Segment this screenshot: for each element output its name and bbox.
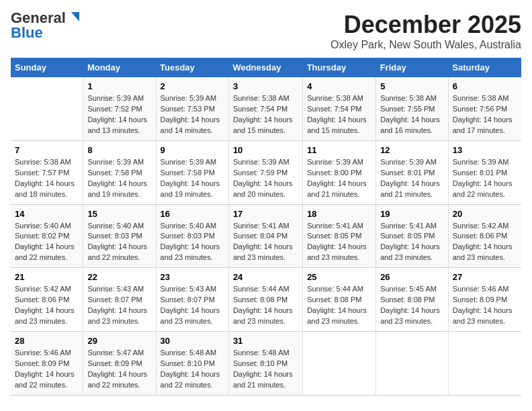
header-day-wednesday: Wednesday — [228, 58, 302, 77]
day-number: 2 — [161, 81, 224, 91]
header-day-friday: Friday — [376, 58, 449, 77]
calendar-cell — [11, 77, 83, 140]
day-number: 16 — [161, 209, 224, 219]
day-info: Sunrise: 5:38 AM Sunset: 7:54 PM Dayligh… — [233, 93, 298, 136]
day-info: Sunrise: 5:38 AM Sunset: 7:56 PM Dayligh… — [453, 93, 517, 136]
day-number: 17 — [233, 209, 298, 219]
calendar-cell: 6Sunrise: 5:38 AM Sunset: 7:56 PM Daylig… — [448, 77, 521, 140]
calendar-cell — [376, 332, 449, 396]
day-number: 7 — [15, 145, 79, 155]
day-info: Sunrise: 5:45 AM Sunset: 8:08 PM Dayligh… — [380, 284, 444, 327]
day-number: 30 — [161, 336, 224, 346]
day-number: 26 — [380, 272, 444, 282]
day-info: Sunrise: 5:39 AM Sunset: 7:52 PM Dayligh… — [87, 93, 151, 136]
week-row-3: 14Sunrise: 5:40 AM Sunset: 8:02 PM Dayli… — [11, 204, 521, 268]
day-info: Sunrise: 5:39 AM Sunset: 7:53 PM Dayligh… — [161, 93, 224, 136]
day-info: Sunrise: 5:44 AM Sunset: 8:08 PM Dayligh… — [233, 284, 298, 327]
day-info: Sunrise: 5:40 AM Sunset: 8:02 PM Dayligh… — [15, 221, 79, 264]
calendar-body: 1Sunrise: 5:39 AM Sunset: 7:52 PM Daylig… — [11, 77, 521, 395]
week-row-2: 7Sunrise: 5:38 AM Sunset: 7:57 PM Daylig… — [11, 140, 521, 204]
day-info: Sunrise: 5:43 AM Sunset: 8:07 PM Dayligh… — [87, 284, 151, 327]
day-info: Sunrise: 5:47 AM Sunset: 8:09 PM Dayligh… — [87, 348, 151, 391]
day-info: Sunrise: 5:39 AM Sunset: 7:58 PM Dayligh… — [161, 157, 224, 200]
day-info: Sunrise: 5:46 AM Sunset: 8:09 PM Dayligh… — [15, 348, 79, 391]
calendar-cell: 28Sunrise: 5:46 AM Sunset: 8:09 PM Dayli… — [11, 332, 83, 396]
day-number: 11 — [307, 145, 371, 155]
calendar-header-row: SundayMondayTuesdayWednesdayThursdayFrid… — [11, 58, 521, 77]
day-number: 14 — [15, 209, 79, 219]
day-number: 4 — [307, 81, 371, 91]
day-number: 12 — [380, 145, 444, 155]
calendar-cell: 29Sunrise: 5:47 AM Sunset: 8:09 PM Dayli… — [83, 332, 156, 396]
day-number: 23 — [161, 272, 224, 282]
calendar-cell: 15Sunrise: 5:40 AM Sunset: 8:03 PM Dayli… — [83, 204, 156, 268]
day-info: Sunrise: 5:42 AM Sunset: 8:06 PM Dayligh… — [453, 221, 517, 264]
header-day-tuesday: Tuesday — [156, 58, 228, 77]
calendar-cell: 24Sunrise: 5:44 AM Sunset: 8:08 PM Dayli… — [228, 268, 302, 332]
calendar-cell: 16Sunrise: 5:40 AM Sunset: 8:03 PM Dayli… — [156, 204, 228, 268]
calendar-cell: 13Sunrise: 5:39 AM Sunset: 8:01 PM Dayli… — [448, 140, 521, 204]
day-number: 10 — [233, 145, 298, 155]
day-info: Sunrise: 5:38 AM Sunset: 7:57 PM Dayligh… — [15, 157, 79, 200]
calendar-cell: 1Sunrise: 5:39 AM Sunset: 7:52 PM Daylig… — [83, 77, 156, 140]
calendar-cell: 9Sunrise: 5:39 AM Sunset: 7:58 PM Daylig… — [156, 140, 228, 204]
calendar-cell: 8Sunrise: 5:39 AM Sunset: 7:58 PM Daylig… — [83, 140, 156, 204]
svg-marker-0 — [71, 12, 79, 21]
day-number: 13 — [453, 145, 517, 155]
day-info: Sunrise: 5:42 AM Sunset: 8:06 PM Dayligh… — [15, 284, 79, 327]
day-info: Sunrise: 5:41 AM Sunset: 8:05 PM Dayligh… — [380, 221, 444, 264]
day-number: 8 — [87, 145, 151, 155]
header-day-sunday: Sunday — [11, 58, 83, 77]
day-number: 21 — [15, 272, 79, 282]
location-title: Oxley Park, New South Wales, Australia — [330, 39, 521, 51]
day-info: Sunrise: 5:40 AM Sunset: 8:03 PM Dayligh… — [161, 221, 224, 264]
week-row-1: 1Sunrise: 5:39 AM Sunset: 7:52 PM Daylig… — [11, 77, 521, 140]
day-number: 28 — [15, 336, 79, 346]
header-day-saturday: Saturday — [448, 58, 521, 77]
logo: General Blue — [11, 11, 81, 40]
calendar-cell: 3Sunrise: 5:38 AM Sunset: 7:54 PM Daylig… — [228, 77, 302, 140]
day-info: Sunrise: 5:44 AM Sunset: 8:08 PM Dayligh… — [307, 284, 371, 327]
day-info: Sunrise: 5:39 AM Sunset: 8:01 PM Dayligh… — [380, 157, 444, 200]
day-number: 25 — [307, 272, 371, 282]
day-number: 3 — [233, 81, 298, 91]
day-info: Sunrise: 5:38 AM Sunset: 7:54 PM Dayligh… — [307, 93, 371, 136]
calendar-table: SundayMondayTuesdayWednesdayThursdayFrid… — [11, 58, 521, 396]
calendar-cell — [303, 332, 376, 396]
day-info: Sunrise: 5:39 AM Sunset: 8:01 PM Dayligh… — [453, 157, 517, 200]
calendar-cell: 30Sunrise: 5:48 AM Sunset: 8:10 PM Dayli… — [156, 332, 228, 396]
calendar-cell: 23Sunrise: 5:43 AM Sunset: 8:07 PM Dayli… — [156, 268, 228, 332]
calendar-cell: 4Sunrise: 5:38 AM Sunset: 7:54 PM Daylig… — [303, 77, 376, 140]
calendar-cell: 12Sunrise: 5:39 AM Sunset: 8:01 PM Dayli… — [376, 140, 449, 204]
day-info: Sunrise: 5:46 AM Sunset: 8:09 PM Dayligh… — [453, 284, 517, 327]
day-number: 1 — [87, 81, 151, 91]
calendar-cell: 14Sunrise: 5:40 AM Sunset: 8:02 PM Dayli… — [11, 204, 83, 268]
calendar-cell: 7Sunrise: 5:38 AM Sunset: 7:57 PM Daylig… — [11, 140, 83, 204]
day-number: 5 — [380, 81, 444, 91]
day-number: 27 — [453, 272, 517, 282]
calendar-cell: 22Sunrise: 5:43 AM Sunset: 8:07 PM Dayli… — [83, 268, 156, 332]
calendar-cell — [448, 332, 521, 396]
calendar-cell: 10Sunrise: 5:39 AM Sunset: 7:59 PM Dayli… — [228, 140, 302, 204]
day-number: 22 — [87, 272, 151, 282]
logo-blue-text: Blue — [11, 24, 43, 41]
day-info: Sunrise: 5:41 AM Sunset: 8:05 PM Dayligh… — [307, 221, 371, 264]
day-number: 9 — [161, 145, 224, 155]
day-info: Sunrise: 5:38 AM Sunset: 7:55 PM Dayligh… — [380, 93, 444, 136]
calendar-cell: 19Sunrise: 5:41 AM Sunset: 8:05 PM Dayli… — [376, 204, 449, 268]
day-number: 18 — [307, 209, 371, 219]
day-number: 24 — [233, 272, 298, 282]
day-info: Sunrise: 5:48 AM Sunset: 8:10 PM Dayligh… — [233, 348, 298, 391]
calendar-cell: 17Sunrise: 5:41 AM Sunset: 8:04 PM Dayli… — [228, 204, 302, 268]
day-number: 31 — [233, 336, 298, 346]
day-number: 15 — [87, 209, 151, 219]
calendar-cell: 20Sunrise: 5:42 AM Sunset: 8:06 PM Dayli… — [448, 204, 521, 268]
calendar-cell: 18Sunrise: 5:41 AM Sunset: 8:05 PM Dayli… — [303, 204, 376, 268]
day-info: Sunrise: 5:41 AM Sunset: 8:04 PM Dayligh… — [233, 221, 298, 264]
logo-triangle-icon — [66, 11, 81, 26]
calendar-cell: 5Sunrise: 5:38 AM Sunset: 7:55 PM Daylig… — [376, 77, 449, 140]
day-info: Sunrise: 5:39 AM Sunset: 7:59 PM Dayligh… — [233, 157, 298, 200]
header: General Blue December 2025 Oxley Park, N… — [11, 11, 521, 51]
day-number: 6 — [453, 81, 517, 91]
month-title: December 2025 — [330, 11, 521, 39]
